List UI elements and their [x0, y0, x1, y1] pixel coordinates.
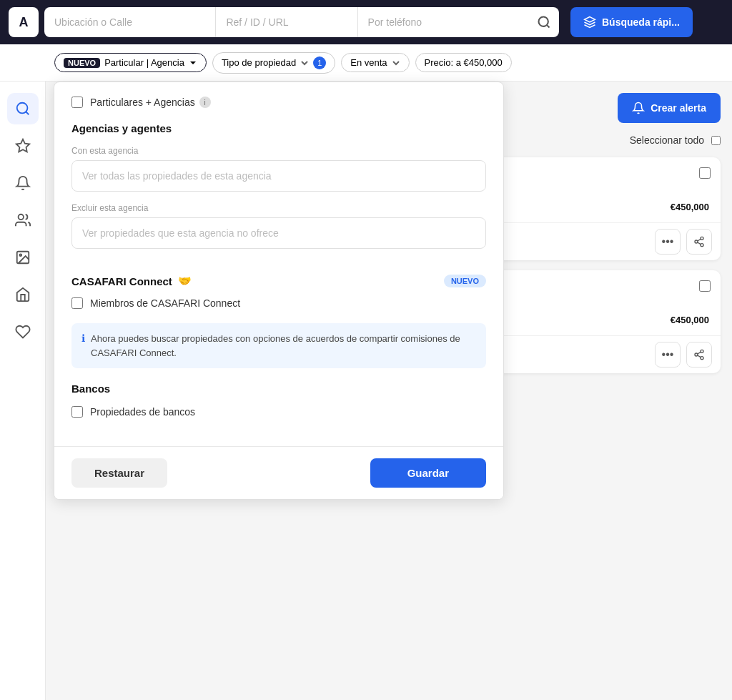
bell-alert-icon [632, 102, 645, 114]
filter-bar: NUEVO Particular | Agencia Tipo de propi… [0, 44, 732, 82]
precio-filter[interactable]: Precio: a €450,000 [415, 53, 512, 72]
miembros-row: Miembros de CASAFARI Connect [71, 297, 486, 309]
excluir-label: Excluir esta agencia [71, 203, 486, 213]
propiedades-bancos-checkbox[interactable] [71, 406, 83, 418]
agencias-section-title: Agencias y agentes [71, 122, 486, 134]
svg-line-30 [698, 355, 701, 358]
sidebar-item-search[interactable] [7, 93, 39, 124]
share-button[interactable] [686, 229, 712, 255]
svg-point-0 [538, 17, 548, 26]
logo[interactable]: A [9, 7, 39, 37]
panel-footer: Restaurar Guardar [54, 446, 503, 499]
casafari-title: CASAFARI Connect 🤝 [71, 275, 192, 287]
sidebar-item-alerts[interactable] [7, 167, 39, 199]
property-price: €450,000 [671, 202, 709, 212]
tipo-propiedad-filter[interactable]: Tipo de propiedad 1 [212, 52, 335, 74]
svg-line-18 [698, 242, 701, 245]
con-agencia-label: Con esta agencia [71, 146, 486, 156]
dropdown-panel: Particulares + Agencias i Agencias y age… [54, 82, 504, 500]
search-bar: Ubicación o Calle Ref / ID / URL Por tel… [44, 7, 559, 37]
svg-line-1 [547, 25, 550, 28]
excluir-agencia-input[interactable] [71, 217, 486, 249]
con-agencia-input[interactable] [71, 160, 486, 192]
chevron-down-icon [300, 59, 309, 67]
svg-line-19 [698, 239, 701, 241]
svg-point-5 [18, 215, 23, 220]
bancos-title: Bancos [71, 383, 486, 395]
more-options-button[interactable]: ••• [655, 229, 681, 255]
sidebar-item-home[interactable] [7, 279, 39, 310]
search-button[interactable] [529, 7, 559, 37]
info-circle-icon: ℹ [81, 332, 85, 360]
casafari-info-box: ℹ Ahora puedes buscar propiedades con op… [71, 323, 486, 368]
sidebar-item-images[interactable] [7, 242, 39, 273]
svg-point-17 [701, 244, 703, 247]
casafari-section: CASAFARI Connect 🤝 NUEVO Miembros de CAS… [71, 275, 486, 368]
casafari-header: CASAFARI Connect 🤝 NUEVO [71, 275, 486, 287]
share-button[interactable] [686, 342, 712, 368]
svg-point-15 [701, 237, 703, 240]
casafari-info-text: Ahora puedes buscar propiedades con opci… [91, 332, 476, 360]
guardar-button[interactable]: Guardar [370, 458, 486, 488]
select-all-checkbox[interactable] [711, 136, 721, 145]
handshake-icon: 🤝 [178, 275, 192, 287]
sidebar-item-contacts[interactable] [7, 204, 39, 236]
share-icon [693, 236, 705, 247]
svg-point-28 [695, 353, 698, 356]
nuevo-badge: NUEVO [64, 58, 100, 68]
particulares-agencias-label: Particulares + Agencias i [90, 97, 211, 108]
rapid-search-button[interactable]: Búsqueda rápi... [570, 7, 693, 37]
svg-point-2 [16, 103, 27, 114]
chevron-down-icon [189, 59, 197, 67]
particulares-agencias-checkbox[interactable] [71, 97, 83, 108]
sidebar [0, 82, 46, 700]
property-price: €450,000 [671, 315, 709, 325]
main-layout: Particulares + Agencias i Agencias y age… [0, 82, 732, 700]
phone-search[interactable]: Por teléfono [358, 7, 529, 37]
svg-point-16 [695, 240, 698, 243]
svg-line-3 [26, 112, 29, 114]
svg-line-31 [698, 352, 701, 354]
info-icon[interactable]: i [199, 97, 211, 108]
header: A Ubicación o Calle Ref / ID / URL Por t… [0, 0, 732, 44]
sidebar-item-favorites[interactable] [7, 130, 39, 162]
particulares-agencias-row: Particulares + Agencias i [71, 97, 486, 108]
create-alert-button[interactable]: Crear alerta [618, 93, 721, 123]
property-checkbox[interactable] [699, 167, 711, 179]
ref-search[interactable]: Ref / ID / URL [216, 7, 357, 37]
en-venta-filter[interactable]: En venta [341, 53, 409, 72]
svg-point-27 [701, 350, 703, 353]
location-search[interactable]: Ubicación o Calle [44, 7, 216, 37]
filter-count: 1 [313, 56, 326, 69]
restaurar-button[interactable]: Restaurar [71, 458, 167, 488]
filter-label: Tipo de propiedad [222, 57, 296, 68]
select-all-label: Seleccionar todo [630, 134, 704, 146]
propiedades-bancos-row: Propiedades de bancos [71, 406, 486, 418]
filter-label: En venta [350, 57, 387, 68]
more-options-button[interactable]: ••• [655, 342, 681, 368]
bancos-section: Bancos Propiedades de bancos [71, 383, 486, 418]
section-divider: Agencias y agentes Con esta agencia Excl… [71, 122, 486, 260]
casafari-nuevo-badge: NUEVO [444, 275, 486, 287]
property-checkbox[interactable] [699, 280, 711, 292]
svg-point-7 [19, 254, 21, 256]
chevron-down-icon [392, 59, 400, 67]
svg-marker-4 [16, 139, 29, 152]
panel-scroll[interactable]: Particulares + Agencias i Agencias y age… [54, 82, 503, 446]
propiedades-bancos-label: Propiedades de bancos [90, 406, 195, 418]
sidebar-item-handshake[interactable] [7, 316, 39, 347]
miembros-checkbox[interactable] [71, 297, 83, 309]
svg-point-29 [701, 357, 703, 360]
filter-label: Precio: a €450,000 [425, 57, 503, 68]
filter-label: Particular | Agencia [104, 57, 184, 68]
particular-agencia-filter[interactable]: NUEVO Particular | Agencia [54, 53, 207, 72]
share-icon [693, 349, 705, 360]
miembros-label: Miembros de CASAFARI Connect [90, 297, 240, 309]
